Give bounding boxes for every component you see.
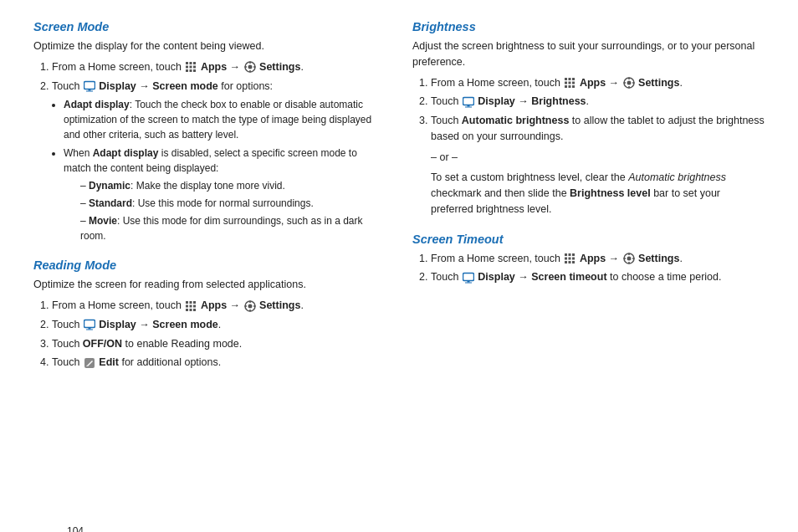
screen-mode-bullets: Adapt display: Touch the check box to en… <box>52 97 386 243</box>
adapt-display-label-2: Adapt display <box>93 147 159 159</box>
page-number: 104 <box>67 525 84 532</box>
auto-brightness-italic: Automatic brightness <box>628 171 726 183</box>
edit-label: Edit <box>99 356 119 368</box>
movie-label: Movie <box>89 215 117 227</box>
display-icon-2 <box>84 319 95 330</box>
screen-mode-steps: From a Home screen, touch Apps → Setting… <box>33 59 386 244</box>
brightness-label: Brightness <box>531 95 586 107</box>
dynamic-label: Dynamic <box>89 180 130 192</box>
adapt-display-label: Adapt display <box>64 99 130 110</box>
apps-label: Apps <box>201 61 227 73</box>
brightness-steps: From a Home screen, touch Apps → Setting… <box>412 75 765 217</box>
screen-mode-title: Screen Mode <box>33 20 386 33</box>
custom-brightness-text: To set a custom brightness level, clear … <box>431 170 765 217</box>
adapt-display-bullet: Adapt display: Touch the check box to en… <box>64 97 386 142</box>
apps-icon-2 <box>185 300 197 312</box>
screen-timeout-step-1: From a Home screen, touch Apps → Setting… <box>431 251 765 267</box>
brightness-step-3: Touch Automatic brightness to allow the … <box>431 113 765 217</box>
reading-mode-step-2: Touch Display → Screen mode. <box>52 317 386 333</box>
apps-icon-3 <box>564 77 575 89</box>
adapt-display-disabled-bullet: When Adapt display is disabled, select a… <box>64 146 386 243</box>
reading-mode-step-1: From a Home screen, touch Apps → Setting… <box>52 298 386 314</box>
display-icon-3 <box>463 96 474 108</box>
or-line: – or – <box>431 150 765 166</box>
settings-icon <box>244 61 256 73</box>
display-label-3: Display <box>478 95 514 107</box>
screen-timeout-title: Screen Timeout <box>412 233 765 246</box>
apps-label-2: Apps <box>201 299 227 311</box>
screen-timeout-section: Screen Timeout From a Home screen, touch… <box>412 233 765 286</box>
screen-mode-section: Screen Mode Optimize the display for the… <box>33 20 386 243</box>
reading-mode-section: Reading Mode Optimize the screen for rea… <box>33 258 386 371</box>
settings-label-4: Settings <box>638 253 679 264</box>
settings-icon-3 <box>623 77 635 89</box>
screen-timeout-step-2: Touch Display → Screen timeout to choose… <box>431 269 765 285</box>
edit-icon <box>84 357 95 369</box>
apps-icon <box>185 61 197 73</box>
settings-icon-4 <box>623 253 635 264</box>
display-label: Display <box>99 80 136 92</box>
brightness-title: Brightness <box>412 20 765 33</box>
display-label-2: Display <box>99 319 136 330</box>
off-on-label: OFF/ON <box>83 338 122 350</box>
left-column: Screen Mode Optimize the display for the… <box>33 20 386 386</box>
screen-mode-desc: Optimize the display for the content bei… <box>33 38 386 54</box>
screen-timeout-label: Screen timeout <box>531 271 606 283</box>
main-content: Screen Mode Optimize the display for the… <box>33 20 765 386</box>
auto-brightness-label: Automatic brightness <box>462 115 570 126</box>
apps-label-4: Apps <box>580 253 606 264</box>
display-label-4: Display <box>478 271 514 283</box>
screen-mode-step-2: Touch Display → Screen mode for options:… <box>52 79 386 244</box>
screen-mode-label: Screen mode <box>152 80 218 92</box>
brightness-level-label: Brightness level <box>570 187 651 199</box>
brightness-step-2: Touch Display → Brightness. <box>431 94 765 110</box>
brightness-step-1: From a Home screen, touch Apps → Setting… <box>431 75 765 91</box>
settings-label-2: Settings <box>259 299 300 311</box>
display-icon-4 <box>463 272 474 284</box>
settings-icon-2 <box>244 300 256 312</box>
reading-mode-step-3: Touch OFF/ON to enable Reading mode. <box>52 336 386 352</box>
right-column: Brightness Adjust the screen brightness … <box>412 20 765 386</box>
reading-mode-steps: From a Home screen, touch Apps → Setting… <box>33 298 386 371</box>
screen-mode-sub-list: Dynamic: Make the display tone more vivi… <box>64 178 386 243</box>
apps-label-3: Apps <box>580 77 606 89</box>
settings-label-3: Settings <box>638 77 679 89</box>
screen-mode-label-2: Screen mode <box>152 319 218 330</box>
screen-mode-step-1: From a Home screen, touch Apps → Setting… <box>52 59 386 75</box>
movie-item: Movie: Use this mode for dim surrounding… <box>80 213 386 243</box>
brightness-desc: Adjust the screen brightness to suit you… <box>412 38 765 70</box>
reading-mode-desc: Optimize the screen for reading from sel… <box>33 277 386 293</box>
screen-timeout-steps: From a Home screen, touch Apps → Setting… <box>412 251 765 286</box>
dynamic-item: Dynamic: Make the display tone more vivi… <box>80 178 386 193</box>
standard-item: Standard: Use this mode for normal surro… <box>80 196 386 211</box>
display-icon <box>84 80 95 92</box>
standard-label: Standard <box>89 197 132 209</box>
brightness-section: Brightness Adjust the screen brightness … <box>412 20 765 217</box>
reading-mode-title: Reading Mode <box>33 258 386 272</box>
reading-mode-step-4: Touch Edit for additional options. <box>52 355 386 371</box>
settings-label: Settings <box>259 61 300 73</box>
apps-icon-4 <box>564 253 575 264</box>
